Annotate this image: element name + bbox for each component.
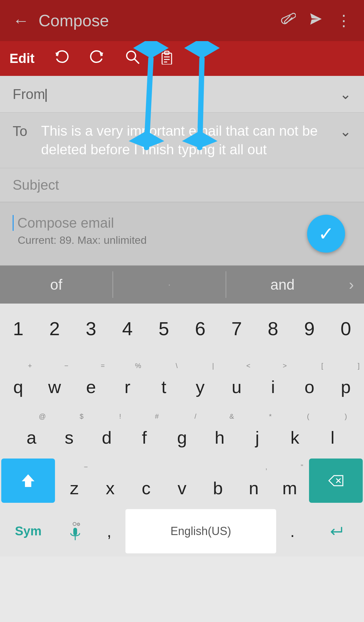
key-w[interactable]: −w [36, 357, 73, 402]
key-s-main: s [65, 429, 74, 446]
key-e[interactable]: =e [73, 357, 109, 402]
key-r-sub: % [135, 362, 141, 370]
key-w-main: w [48, 378, 61, 396]
search-button[interactable] [124, 49, 140, 68]
key-k-main: k [290, 429, 299, 446]
key-4[interactable]: 4 [109, 307, 146, 351]
key-l-sub: ) [345, 412, 347, 421]
key-6[interactable]: 6 [182, 307, 218, 351]
key-3[interactable]: 3 [73, 307, 109, 351]
key-r[interactable]: %r [109, 357, 146, 402]
key-t-sub: \ [176, 362, 178, 370]
undo-button[interactable] [53, 48, 70, 69]
key-k[interactable]: (k [276, 408, 314, 452]
bottom-row: Sym ⚙ , English(US) . [0, 506, 364, 557]
to-label: To [13, 121, 38, 139]
key-v[interactable]: v [164, 459, 200, 503]
key-m[interactable]: "m [272, 459, 308, 503]
key-y-sub: | [212, 362, 214, 370]
key-a-main: a [27, 429, 36, 446]
key-h-main: h [215, 429, 225, 446]
subject-row: Subject [0, 168, 364, 202]
key-7[interactable]: 7 [218, 307, 255, 351]
redo-button[interactable] [89, 48, 105, 69]
key-s[interactable]: $s [50, 408, 88, 452]
to-input[interactable]: This is a very important email that can … [38, 121, 340, 159]
key-g[interactable]: /g [163, 408, 201, 452]
svg-rect-23 [73, 528, 77, 535]
key-b[interactable]: b [200, 459, 236, 503]
subject-label: Subject [13, 177, 59, 193]
key-i-main: i [271, 378, 275, 396]
back-button[interactable]: ← [13, 11, 29, 30]
key-u-sub: < [246, 362, 251, 370]
compose-text[interactable]: Compose email [13, 215, 351, 231]
key-z[interactable]: −z [56, 459, 92, 503]
key-8[interactable]: 8 [255, 307, 291, 351]
suggestion-dot[interactable]: · [113, 266, 226, 304]
key-i[interactable]: >i [255, 357, 291, 402]
key-q[interactable]: +q [0, 357, 36, 402]
key-f[interactable]: #f [125, 408, 163, 452]
enter-key[interactable] [307, 509, 364, 553]
key-d[interactable]: !d [88, 408, 125, 452]
key-m-sub: " [301, 463, 303, 471]
suggestion-of[interactable]: of [0, 266, 112, 304]
key-f-main: f [142, 429, 147, 446]
key-z-main: z [70, 479, 79, 497]
confirm-button[interactable]: ✓ [307, 215, 345, 253]
qwerty-row: +q −w =e %r \t |y <u >i [o ]p [0, 354, 364, 405]
attachment-icon[interactable] [281, 11, 296, 30]
asdf-row: @a $s !d #f /g &h *j (k )l [0, 405, 364, 455]
svg-text:⚙: ⚙ [76, 522, 81, 527]
clipboard-button[interactable] [159, 49, 175, 68]
top-bar-icons: ⋮ [281, 11, 351, 30]
period-key[interactable]: . [277, 509, 307, 553]
key-u[interactable]: <u [218, 357, 255, 402]
key-h-sub: & [229, 412, 234, 421]
more-suggestions-button[interactable]: › [339, 276, 364, 293]
key-x-main: x [106, 479, 115, 497]
key-t[interactable]: \t [146, 357, 182, 402]
space-key[interactable]: English(US) [125, 509, 276, 553]
key-o-sub: [ [321, 362, 323, 370]
backspace-key[interactable] [309, 459, 363, 503]
key-2[interactable]: 2 [36, 307, 73, 351]
key-n-sub: , [265, 463, 267, 471]
to-chevron[interactable]: ⌄ [340, 121, 351, 139]
key-p[interactable]: ]p [328, 357, 364, 402]
svg-marker-18 [22, 474, 34, 487]
key-0[interactable]: 0 [328, 307, 364, 351]
key-o[interactable]: [o [291, 357, 328, 402]
to-row: To This is a very important email that c… [0, 113, 364, 168]
more-icon[interactable]: ⋮ [336, 12, 351, 29]
key-y-main: y [196, 378, 205, 396]
key-g-sub: / [194, 412, 196, 421]
key-5[interactable]: 5 [146, 307, 182, 351]
number-row: 1 2 3 4 5 6 7 8 9 0 [0, 304, 364, 354]
key-j[interactable]: *j [239, 408, 276, 452]
from-input[interactable] [41, 86, 340, 102]
email-form: From ⌄ To This is a very important email… [0, 76, 364, 202]
suggestion-and[interactable]: and [226, 266, 339, 304]
key-c[interactable]: c [128, 459, 164, 503]
key-a[interactable]: @a [13, 408, 50, 452]
key-g-main: g [177, 429, 187, 446]
from-chevron[interactable]: ⌄ [340, 86, 351, 102]
mic-key[interactable]: ⚙ [57, 509, 94, 553]
key-p-sub: ] [358, 362, 360, 370]
check-icon: ✓ [318, 223, 334, 245]
key-c-main: c [142, 479, 150, 497]
svg-marker-0 [310, 13, 322, 25]
comma-key[interactable]: , [94, 509, 124, 553]
key-9[interactable]: 9 [291, 307, 328, 351]
key-x[interactable]: x [92, 459, 128, 503]
key-l[interactable]: )l [314, 408, 351, 452]
shift-key[interactable] [1, 459, 55, 503]
sym-key[interactable]: Sym [0, 509, 57, 553]
key-y[interactable]: |y [182, 357, 218, 402]
key-h[interactable]: &h [201, 408, 239, 452]
key-1[interactable]: 1 [0, 307, 36, 351]
send-icon[interactable] [308, 11, 324, 30]
key-n[interactable]: ,n [236, 459, 272, 503]
